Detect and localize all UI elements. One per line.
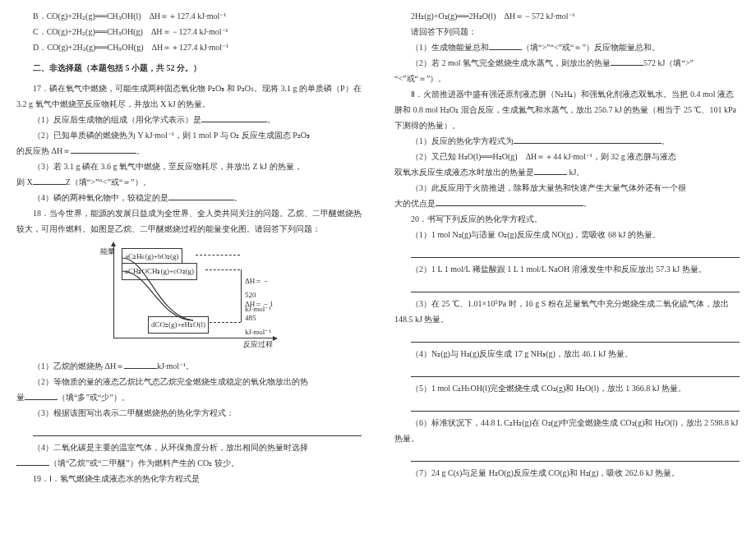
q18-stem: 18．当今世界，能源的发展日益成为全世界、全人类共同关注的问题。乙烷、二甲醚燃烧… bbox=[16, 205, 362, 237]
q18-4a: （4）二氧化碳是主要的温室气体，从环保角度分析，放出相同的热量时选择 bbox=[16, 440, 362, 455]
q18-3: （3）根据该图写出表示二甲醚燃烧热的热化学方程式： bbox=[16, 405, 362, 421]
option-b: B．CO(g)+2H₂(g)══CH₃OH(l) ΔH＝＋127.4 kJ·mo… bbox=[16, 8, 362, 24]
q17-3b-pre: 则 X bbox=[16, 177, 33, 186]
q17-1-text: （1）反应后生成物的组成（用化学式表示）是 bbox=[33, 115, 201, 124]
q19-II-1: （1）反应的热化学方程式为。 bbox=[394, 133, 740, 149]
q20-stem: 20．书写下列反应的热化学方程式。 bbox=[394, 211, 740, 227]
q20-4: （4）N₂(g)与 H₂(g)反应生成 17 g NH₃(g)，放出 46.1 … bbox=[394, 346, 740, 361]
q17-4-text: （4）磷的两种氧化物中，较稳定的是 bbox=[33, 193, 168, 202]
q19-II-3b-text: 大的优点是 bbox=[394, 199, 436, 208]
q18-2b-suf: （填“多”或“少”）。 bbox=[58, 393, 130, 402]
q19-2b: “<”或“＝”）。 bbox=[394, 71, 740, 86]
q20-5: （5）1 mol C₂H₅OH(l)完全燃烧生成 CO₂(g)和 H₂O(l)，… bbox=[394, 380, 740, 396]
q19-II-2b-pre: 双氧水反应生成液态水时放出的热量是 bbox=[394, 168, 534, 177]
axis-y bbox=[113, 245, 114, 338]
blank bbox=[124, 360, 157, 369]
q20-1: （1）1 mol N₂(g)与适量 O₂(g)反应生成 NO(g)，需吸收 68… bbox=[394, 227, 740, 242]
q20-7: （7）24 g C(s)与足量 H₂O(g)反应生成 CO(g)和 H₂(g)，… bbox=[394, 465, 740, 481]
page-container: B．CO(g)+2H₂(g)══CH₃OH(l) ΔH＝＋127.4 kJ·mo… bbox=[0, 0, 756, 495]
blank bbox=[514, 135, 662, 144]
q19-prompt: 请回答下列问题： bbox=[394, 24, 740, 39]
q18-2b: 量（填“多”或“少”）。 bbox=[16, 389, 362, 405]
q17-3b-mid: Z（填“>”“<”或“＝”）。 bbox=[66, 177, 151, 186]
section-2-title: 二、非选择题（本题包括 5 小题，共 52 分。） bbox=[16, 60, 362, 76]
q19-2-pre: （2）若 2 mol 氢气完全燃烧生成水蒸气，则放出的热量 bbox=[411, 58, 611, 67]
q19-2a: （2）若 2 mol 氢气完全燃烧生成水蒸气，则放出的热量572 kJ（填“>” bbox=[394, 55, 740, 71]
q19-II-2b: 双氧水反应生成液态水时放出的热量是 kJ。 bbox=[394, 164, 740, 180]
blank bbox=[33, 176, 66, 185]
curve-icon bbox=[115, 255, 205, 334]
left-column: B．CO(g)+2H₂(g)══CH₃OH(l) ΔH＝＋127.4 kJ·mo… bbox=[16, 8, 362, 486]
blank bbox=[25, 391, 58, 400]
q18-4b: （填“乙烷”或“二甲醚”）作为燃料产生的 CO₂ 较少。 bbox=[16, 455, 362, 471]
q17-2b: 的反应热 ΔH＝。 bbox=[16, 143, 362, 159]
blank bbox=[168, 191, 234, 200]
q20-3: （3）在 25 ℃、1.01×10⁵Pa 时，16 g S 粉在足量氧气中充分燃… bbox=[394, 296, 740, 327]
q20-2: （2）1 L 1 mol/L 稀盐酸跟 1 L 1 mol/L NaOH 溶液发… bbox=[394, 261, 740, 277]
answer-line bbox=[411, 399, 740, 412]
q17-2b-text: 的反应热 ΔH＝ bbox=[16, 146, 71, 155]
q19-II-2b-suf: kJ。 bbox=[567, 168, 584, 177]
q19-II-stem: Ⅱ．火箭推进器中盛有强还原剂液态肼（N₂H₄）和强氧化剂液态双氧水。当把 0.4… bbox=[394, 86, 740, 133]
option-c: C．CO(g)+2H₂(g)══CH₃OH(g) ΔH＝－127.4 kJ·mo… bbox=[16, 24, 362, 39]
q18-1-suf: kJ·mol⁻¹。 bbox=[157, 361, 194, 371]
answer-line bbox=[411, 280, 740, 292]
q19-II-3b: 大的优点是。 bbox=[394, 196, 740, 211]
q19-II-3a: （3）此反应用于火箭推进，除释放大量热和快速产生大量气体外还有一个很 bbox=[394, 180, 740, 196]
option-d: D．CO(g)+2H₂(g)══CH₃OH(g) ΔH＝＋127.4 kJ·mo… bbox=[16, 39, 362, 55]
q18-4b-suf: （填“乙烷”或“二甲醚”）作为燃料产生的 CO₂ 较少。 bbox=[49, 458, 239, 467]
answer-line bbox=[411, 330, 740, 343]
q17-stem: 17．磷在氧气中燃烧，可能生成两种固态氧化物 P₂O₃ 和 P₂O₅。现将 3.… bbox=[16, 81, 362, 112]
q18-2a: （2）等物质的量的液态乙烷比气态乙烷完全燃烧生成稳定的氧化物放出的热 bbox=[16, 374, 362, 389]
answer-line bbox=[33, 424, 362, 436]
answer-line bbox=[411, 365, 740, 377]
xlabel: 反应过程 bbox=[243, 338, 273, 352]
blank bbox=[534, 166, 567, 175]
q18-2b-pre: 量 bbox=[16, 393, 25, 402]
q19-II-1-text: （1）反应的热化学方程式为 bbox=[411, 136, 514, 145]
q19-1-suf: （填“>”“<”或“＝”）反应物能量总和。 bbox=[522, 43, 660, 52]
blank bbox=[71, 145, 136, 154]
q17-3b: 则 XZ（填“>”“<”或“＝”）。 bbox=[16, 174, 362, 190]
q17-2a: （2）已知单质磷的燃烧热为 Y kJ·mol⁻¹，则 1 mol P 与 O₂ … bbox=[16, 127, 362, 143]
q18-1: （1）乙烷的燃烧热 ΔH＝kJ·mol⁻¹。 bbox=[16, 358, 362, 374]
q19-eq: 2H₂(g)+O₂(g)══2H₂O(l) ΔH＝－572 kJ·mol⁻¹ bbox=[394, 8, 740, 24]
answer-line bbox=[411, 246, 740, 258]
bracket-1 bbox=[237, 269, 242, 322]
answer-line bbox=[411, 449, 740, 462]
energy-diagram: 能量 反应过程 aC₂H₆(g)+bO₂(g) aCH₃OCH₃(g)+cO₂(… bbox=[99, 240, 279, 355]
dash-line bbox=[205, 269, 240, 270]
blank bbox=[436, 197, 583, 206]
q19-II-2a: （2）又已知 H₂O(l)══H₂O(g) ΔH＝＋44 kJ·mol⁻¹，则 … bbox=[394, 149, 740, 164]
q18-1-pre: （1）乙烷的燃烧热 ΔH＝ bbox=[33, 361, 124, 371]
q19-1-pre: （1）生成物能量总和 bbox=[411, 43, 489, 52]
right-column: 2H₂(g)+O₂(g)══2H₂O(l) ΔH＝－572 kJ·mol⁻¹ 请… bbox=[394, 8, 740, 486]
ylabel: 能量 bbox=[100, 245, 115, 259]
q17-1: （1）反应后生成物的组成（用化学式表示）是。 bbox=[16, 112, 362, 127]
blank bbox=[611, 57, 643, 66]
blank bbox=[489, 41, 522, 50]
blank bbox=[201, 113, 267, 122]
q19-1: （1）生成物能量总和（填“>”“<”或“＝”）反应物能量总和。 bbox=[394, 39, 740, 55]
q17-3a: （3）若 3.1 g 磷在 3.6 g 氧气中燃烧，至反应物耗尽，并放出 Z k… bbox=[16, 159, 362, 174]
q17-4: （4）磷的两种氧化物中，较稳定的是。 bbox=[16, 190, 362, 205]
blank bbox=[16, 457, 49, 466]
q19-stem: 19．Ⅰ．氢气燃烧生成液态水的热化学方程式是 bbox=[16, 471, 362, 486]
q19-2-mid: 572 kJ（填“>” bbox=[643, 58, 694, 67]
q20-6: （6）标准状况下，44.8 L C₂H₂(g)在 O₂(g)中完全燃烧生成 CO… bbox=[394, 415, 740, 446]
dh2-label: ΔH＝－1 485 kJ·mol⁻¹ bbox=[245, 297, 279, 339]
